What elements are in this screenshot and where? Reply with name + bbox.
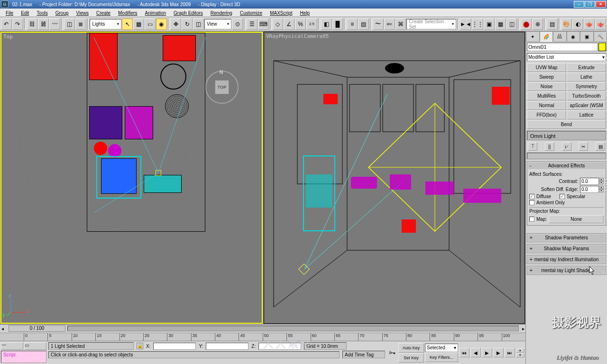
viewport-camera[interactable]: VRayPhysicalCamera05 bbox=[264, 32, 525, 324]
add-time-tag[interactable]: Add Time Tag bbox=[342, 351, 385, 358]
keymode-button[interactable]: ⌨ bbox=[258, 18, 269, 30]
rollout-header-advanced-effects[interactable]: -Advanced Effects bbox=[527, 162, 606, 170]
configure-sets-button[interactable]: ▤ bbox=[596, 142, 605, 151]
named-sel-edit-icon[interactable]: ◧ bbox=[321, 18, 332, 30]
object-color-swatch[interactable] bbox=[598, 43, 606, 51]
coord-x-field[interactable] bbox=[153, 343, 196, 350]
mod-noise[interactable]: Noise bbox=[527, 82, 566, 91]
pivot-center-button[interactable]: ⊙ bbox=[232, 18, 243, 30]
move-button[interactable]: ✥ bbox=[170, 18, 181, 30]
mod-uvwmap[interactable]: UVW Map bbox=[527, 63, 566, 72]
soften-spinner[interactable]: ▲▼ bbox=[580, 186, 604, 193]
prev-frame-button[interactable]: ◀ bbox=[470, 348, 481, 357]
menu-group[interactable]: Group bbox=[52, 9, 73, 17]
tab-modify[interactable]: 🌈 bbox=[540, 31, 553, 42]
menu-create[interactable]: Create bbox=[92, 9, 114, 17]
mod-normal[interactable]: Normal bbox=[527, 101, 566, 110]
manipulate-button[interactable]: ☰ bbox=[247, 18, 258, 30]
menu-rendering[interactable]: Rendering bbox=[207, 9, 236, 17]
schematic-icon[interactable]: abc bbox=[384, 18, 395, 30]
modifier-stack[interactable]: Omni Light bbox=[527, 131, 606, 140]
track-scrollbar[interactable] bbox=[67, 326, 519, 331]
autokey-button[interactable]: Auto Key bbox=[398, 343, 424, 353]
tab-display[interactable]: ▣ bbox=[580, 31, 594, 42]
listener-icon[interactable]: ⌘ bbox=[395, 18, 406, 30]
map-checkbox[interactable] bbox=[529, 217, 534, 222]
projector-map-button[interactable]: None bbox=[549, 215, 604, 223]
frame-down-icon[interactable]: ▾ bbox=[516, 353, 524, 357]
ambient-only-checkbox[interactable] bbox=[529, 200, 534, 205]
maxscript-listener[interactable]: Script. bbox=[1, 351, 46, 363]
close-button[interactable]: ✕ bbox=[596, 1, 606, 8]
tab-hierarchy[interactable]: 品 bbox=[553, 31, 567, 42]
modifier-list-dropdown[interactable]: Modifier List▾ bbox=[527, 53, 606, 61]
refcoord-dropdown[interactable]: View bbox=[204, 19, 231, 29]
menu-grapheditors[interactable]: Graph Editors bbox=[170, 9, 207, 17]
material-editor-button[interactable]: ⬤ bbox=[521, 18, 532, 30]
maximize-button[interactable]: ❐ bbox=[585, 1, 595, 8]
spacing-icon[interactable]: ◫ bbox=[506, 18, 517, 30]
menu-animation[interactable]: Animation bbox=[141, 9, 170, 17]
tab-motion[interactable]: ◉ bbox=[567, 31, 580, 42]
menu-modifiers[interactable]: Modifiers bbox=[114, 9, 141, 17]
curve-editor-icon[interactable]: 〜 bbox=[373, 18, 384, 30]
angle-snap-button[interactable]: ∠ bbox=[284, 18, 294, 30]
mod-lathe[interactable]: Lathe bbox=[567, 73, 606, 82]
viewport-top[interactable]: Top N bbox=[0, 32, 263, 324]
mod-extrude[interactable]: Extrude bbox=[567, 63, 606, 72]
layers-manager-icon[interactable]: ▤ bbox=[358, 18, 369, 30]
play-button[interactable]: ▶ bbox=[482, 348, 492, 357]
rollout-header-mray-indirect[interactable]: +mental ray Indirect Illumination bbox=[527, 255, 606, 264]
rollout-header-mray-light[interactable]: +mental ray Light Shader bbox=[527, 266, 606, 274]
bind-spacewarp-button[interactable]: 〰 bbox=[49, 18, 60, 30]
remove-mod-button[interactable]: ✂ bbox=[579, 142, 588, 151]
goto-start-button[interactable]: ⏮ bbox=[459, 348, 469, 357]
setkey-button[interactable]: Set Key bbox=[398, 353, 424, 363]
rollout-header-shadow-map[interactable]: +Shadow Map Params bbox=[527, 245, 606, 253]
viewcube-face[interactable]: TOP bbox=[215, 80, 229, 94]
unlink-button[interactable]: ⛓̸ bbox=[38, 18, 49, 30]
named-selection-set-dropdown[interactable]: Create Selection Set bbox=[406, 19, 456, 29]
quick-render-button[interactable]: 🫖 bbox=[584, 18, 595, 30]
lock-selection-button[interactable]: 🔒 bbox=[137, 343, 143, 349]
menu-tools[interactable]: Tools bbox=[33, 9, 51, 17]
mini-curve-button[interactable]: 〰 bbox=[1, 342, 23, 350]
align-tool-icon[interactable]: ▣ bbox=[484, 18, 495, 30]
rect-select-button[interactable]: ▭ bbox=[145, 18, 156, 30]
scale-button[interactable]: ◫ bbox=[193, 18, 204, 30]
show-end-result-button[interactable]: || bbox=[545, 142, 554, 151]
menu-views[interactable]: Views bbox=[73, 9, 93, 17]
mod-lattice[interactable]: Lattice bbox=[567, 110, 606, 119]
array-icon[interactable]: ⋮⋮ bbox=[472, 18, 483, 30]
viewcube[interactable]: N TOP bbox=[205, 71, 239, 104]
coord-z-field[interactable] bbox=[258, 343, 301, 350]
layers-icon[interactable]: ≣ bbox=[75, 18, 86, 30]
menu-help[interactable]: Help bbox=[296, 9, 313, 17]
render-preset-icon[interactable]: 🫖 bbox=[595, 18, 606, 30]
mirror-tool-icon[interactable]: ►◄ bbox=[460, 18, 471, 30]
snapshot-icon[interactable]: ▦ bbox=[495, 18, 506, 30]
next-frame-button[interactable]: ▶ bbox=[493, 348, 504, 357]
mirror-button[interactable]: ▐▌ bbox=[332, 18, 343, 30]
select-object-button[interactable]: ↖ bbox=[122, 18, 133, 30]
window-crossing-button[interactable]: ◉ bbox=[156, 18, 167, 30]
menu-edit[interactable]: Edit bbox=[17, 9, 33, 17]
spinner-snap-button[interactable]: 2.5 bbox=[306, 18, 317, 30]
snap-button[interactable]: ◇ bbox=[273, 18, 284, 30]
diffuse-checkbox[interactable]: ✓ bbox=[529, 194, 534, 199]
menu-maxscript[interactable]: MAXScript bbox=[266, 9, 296, 17]
menu-customize[interactable]: Customize bbox=[236, 9, 266, 17]
make-unique-button[interactable]: ⩗ bbox=[562, 142, 571, 151]
rotate-button[interactable]: ↻ bbox=[182, 18, 193, 30]
time-slider[interactable]: 0 / 100 bbox=[9, 325, 65, 332]
link-button[interactable]: ⛓ bbox=[27, 18, 38, 30]
minimize-button[interactable]: ─ bbox=[574, 1, 584, 8]
contrast-spinner[interactable]: ▲▼ bbox=[580, 178, 604, 185]
mod-multires[interactable]: MultiRes bbox=[527, 91, 566, 100]
goto-end-button[interactable]: ⏭ bbox=[505, 348, 515, 357]
coord-y-field[interactable] bbox=[206, 343, 248, 350]
mat-picker-icon[interactable]: ⊕ bbox=[532, 18, 543, 30]
keyfilters-button[interactable]: Key Filters... bbox=[425, 353, 458, 362]
render-env-icon[interactable]: ▤ bbox=[547, 18, 558, 30]
selection-filter-dropdown[interactable]: Lights bbox=[90, 19, 121, 29]
